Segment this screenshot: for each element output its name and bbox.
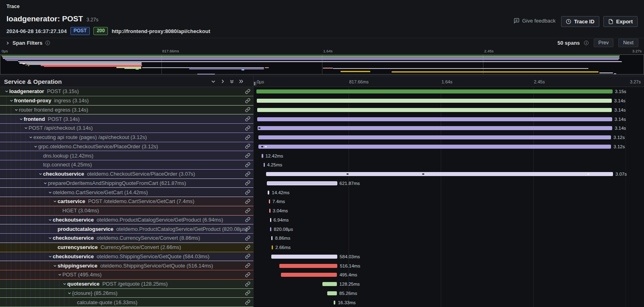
span-name-cell[interactable]: {closure} (85.26ms) [0, 289, 254, 298]
span-bar[interactable] [281, 273, 337, 277]
span-bar[interactable] [257, 117, 612, 121]
span-link-icon[interactable] [245, 208, 250, 213]
export-button[interactable]: Export [603, 16, 638, 27]
span-bar[interactable] [270, 227, 271, 231]
span-link-icon[interactable] [245, 254, 250, 259]
span-bar[interactable] [266, 172, 613, 176]
span-bar[interactable] [257, 108, 612, 112]
span-name-cell[interactable]: dns.lookup (12.42ms) [0, 151, 254, 160]
span-row[interactable]: oteldemo.CartService/GetCart (14.42ms)14… [0, 188, 644, 197]
trace-minimap[interactable]: 0μs817.66ms1.64s2.45s3.27s [0, 48, 644, 76]
span-name-cell[interactable]: loadgeneratorPOST (3.15s) [0, 87, 254, 96]
span-bar[interactable] [334, 301, 336, 305]
span-name-cell[interactable]: checkoutserviceoteldemo.CheckoutService/… [0, 170, 254, 179]
span-bar[interactable] [264, 163, 265, 167]
span-name-cell[interactable]: cartservicePOST /oteldemo.CartService/Ge… [0, 197, 254, 206]
expander-chevron-icon[interactable] [24, 126, 29, 130]
span-name-cell[interactable]: calculate-quote (16.33ms) [0, 298, 254, 307]
span-link-icon[interactable] [245, 226, 250, 232]
expander-chevron-icon[interactable] [39, 172, 43, 176]
span-link-icon[interactable] [245, 171, 250, 176]
expander-chevron-icon[interactable] [43, 181, 48, 185]
expand-one-icon[interactable] [220, 79, 225, 84]
expander-chevron-icon[interactable] [53, 264, 58, 268]
span-row[interactable]: POST /api/checkout (3.14s)3.14s [0, 124, 644, 133]
span-bar[interactable] [272, 245, 273, 249]
collapse-one-icon[interactable] [211, 79, 216, 84]
expander-chevron-icon[interactable] [53, 199, 58, 203]
expander-chevron-icon[interactable] [10, 99, 14, 102]
expander-chevron-icon[interactable] [58, 273, 62, 276]
span-row[interactable]: HGET (3.04ms)3.04ms [0, 206, 644, 216]
span-row[interactable]: calculate-quote (16.33ms)16.33ms [0, 298, 644, 307]
span-name-cell[interactable]: HGET (3.04ms) [0, 206, 254, 216]
give-feedback-link[interactable]: Give feedback [514, 18, 555, 24]
span-name-cell[interactable]: checkoutserviceoteldemo.ProductCatalogSe… [0, 216, 254, 225]
expander-chevron-icon[interactable] [48, 255, 53, 258]
span-name-cell[interactable]: checkoutserviceoteldemo.CurrencyService/… [0, 234, 254, 243]
span-name-cell[interactable]: POST (495.4ms) [0, 270, 254, 280]
expander-chevron-icon[interactable] [68, 291, 72, 295]
span-row[interactable]: checkoutserviceoteldemo.ProductCatalogSe… [0, 216, 644, 225]
span-bar[interactable] [268, 191, 269, 195]
span-bar[interactable] [271, 236, 272, 240]
span-link-icon[interactable] [245, 89, 250, 94]
span-name-cell[interactable]: router frontend egress (3.14s) [0, 106, 254, 115]
span-link-icon[interactable] [245, 272, 250, 277]
span-link-icon[interactable] [245, 245, 250, 250]
minimap-canvas[interactable] [0, 54, 644, 75]
expander-chevron-icon[interactable] [14, 108, 19, 112]
span-row[interactable]: executing api route (pages) /api/checkou… [0, 133, 644, 142]
span-row[interactable]: router frontend egress (3.14s)3.14s [0, 106, 644, 115]
expander-chevron-icon[interactable] [63, 282, 67, 286]
span-bar[interactable] [257, 99, 612, 103]
span-bar[interactable] [271, 255, 337, 259]
span-link-icon[interactable] [245, 125, 250, 131]
span-link-icon[interactable] [245, 153, 250, 158]
span-bar[interactable] [262, 154, 263, 158]
span-link-icon[interactable] [245, 199, 250, 204]
span-row[interactable]: checkoutserviceoteldemo.CheckoutService/… [0, 170, 644, 179]
span-link-icon[interactable] [245, 281, 250, 286]
span-name-cell[interactable]: frontendPOST (3.14s) [0, 114, 254, 124]
span-filters-toggle[interactable]: Span Filters [6, 40, 50, 46]
span-row[interactable]: quoteservicePOST /getquote (128.25ms)128… [0, 280, 644, 289]
span-link-icon[interactable] [245, 162, 250, 167]
span-link-icon[interactable] [245, 217, 250, 222]
span-bar[interactable] [256, 89, 612, 93]
expander-chevron-icon[interactable] [29, 135, 33, 139]
span-bar[interactable] [258, 126, 613, 130]
span-name-cell[interactable]: executing api route (pages) /api/checkou… [0, 133, 254, 142]
span-name-cell[interactable]: productcatalogserviceoteldemo.ProductCat… [0, 224, 254, 234]
span-link-icon[interactable] [245, 263, 250, 268]
span-row[interactable]: productcatalogserviceoteldemo.ProductCat… [0, 224, 644, 234]
span-bar[interactable] [270, 218, 271, 222]
span-name-cell[interactable]: currencyserviceCurrencyService/Convert (… [0, 243, 254, 252]
span-row[interactable]: POST (495.4ms)495.4ms [0, 270, 644, 280]
expander-chevron-icon[interactable] [5, 89, 9, 93]
span-link-icon[interactable] [245, 290, 250, 296]
span-row[interactable]: tcp.connect (4.25ms)4.25ms [0, 160, 644, 170]
span-name-cell[interactable]: grpc.oteldemo.CheckoutService/PlaceOrder… [0, 142, 254, 151]
span-row[interactable]: grpc.oteldemo.CheckoutService/PlaceOrder… [0, 142, 644, 151]
span-row[interactable]: checkoutserviceoteldemo.ShippingService/… [0, 252, 644, 261]
span-bar[interactable] [322, 282, 337, 286]
expand-all-icon[interactable] [239, 79, 244, 84]
span-row[interactable]: {closure} (85.26ms)85.26ms [0, 289, 644, 298]
trace-id-button[interactable]: Trace ID [561, 16, 599, 27]
span-bar[interactable] [258, 135, 611, 139]
span-bar[interactable] [258, 145, 611, 149]
expander-chevron-icon[interactable] [19, 117, 24, 121]
span-link-icon[interactable] [245, 235, 250, 241]
span-row[interactable]: loadgeneratorPOST (3.15s)3.15s [0, 87, 644, 96]
span-link-icon[interactable] [245, 107, 250, 112]
span-link-icon[interactable] [245, 135, 250, 140]
span-name-cell[interactable]: frontend-proxyingress (3.14s) [0, 96, 254, 106]
span-link-icon[interactable] [245, 98, 250, 103]
span-name-cell[interactable]: POST /api/checkout (3.14s) [0, 124, 254, 133]
span-name-cell[interactable]: prepareOrderItemsAndShippingQuoteFromCar… [0, 179, 254, 188]
span-name-cell[interactable]: quoteservicePOST /getquote (128.25ms) [0, 280, 254, 289]
span-link-icon[interactable] [245, 144, 250, 149]
next-button[interactable]: Next [618, 39, 638, 47]
span-row[interactable]: cartservicePOST /oteldemo.CartService/Ge… [0, 197, 644, 206]
